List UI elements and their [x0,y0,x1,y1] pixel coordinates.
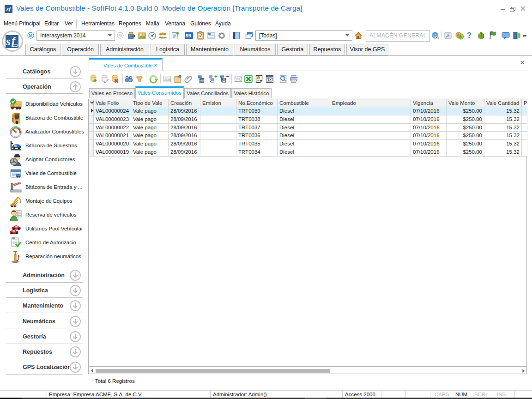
svg-text:M: M [29,33,33,38]
svg-text:TXT: TXT [267,78,273,81]
svg-text:99: 99 [186,33,191,38]
svg-text:s: s [6,35,11,48]
svg-text:M: M [119,33,122,38]
svg-text:$: $ [459,35,462,39]
